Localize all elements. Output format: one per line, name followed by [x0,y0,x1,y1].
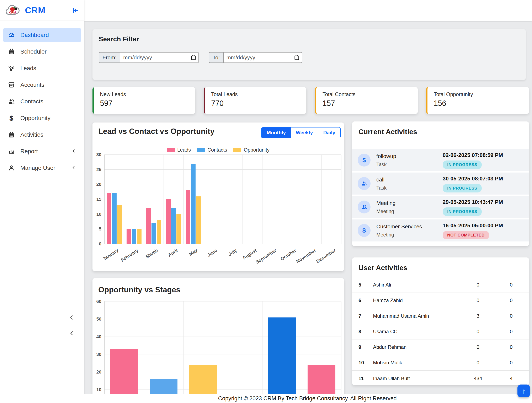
row-number: 8 [359,329,373,335]
y-axis-tick: 25 [91,167,101,172]
sidebar-item-activities[interactable]: Activities [3,127,81,142]
x-axis-label: September [255,248,278,265]
user-value-1: 0 [462,282,494,288]
activity-type: Task [376,185,386,191]
sidebar-item-dashboard[interactable]: Dashboard [3,28,81,42]
activity-datetime: 30-05-2025 08:07:03 PM [443,175,503,182]
sidebar-item-accounts[interactable]: Accounts [3,78,81,92]
calendar-icon [8,131,15,138]
sidebar-item-report[interactable]: Report [3,144,81,159]
scroll-to-top-button[interactable]: ↑ [518,384,530,397]
y-axis-tick: 50 [93,316,101,322]
lead-chart-plot: 051015202530JanuaryFebruaryMarchAprilMay… [104,155,341,244]
bar [152,223,156,244]
dollar-icon: $ [358,224,371,237]
sidebar-item-label: Opportunity [20,115,51,121]
weekly-button[interactable]: Weekly [291,127,318,138]
stat-card-total-opportunity: Total Opportunity 156 [426,87,529,114]
user-value-2: 0 [494,313,529,319]
stat-value: 770 [211,99,306,108]
chevron-left-icon [72,149,76,154]
chart-legend: LeadsContactsOpportunity [93,147,344,153]
user-activities-panel: User Activities 5 Ashir Ali 0 0 6 Hamza … [352,257,529,385]
crm-cloud-logo: CRM [4,3,22,18]
arrow-up-icon: ↑ [522,387,526,395]
sidebar-item-manage-user[interactable]: Manage User [3,161,81,175]
top-header-bar [84,0,532,21]
sidebar-item-scheduler[interactable]: Scheduler [3,44,81,59]
to-date-input[interactable] [223,52,302,63]
row-number: 5 [359,282,373,288]
user-value-1: 434 [462,376,494,381]
chevron-left-icon[interactable] [69,315,74,320]
user-name: Muhammad Usama Amin [373,313,462,319]
to-date-group: To: [209,52,302,63]
chevron-left-icon[interactable] [69,330,74,336]
bar [196,196,201,244]
legend-item[interactable]: Opportunity [233,147,270,153]
y-axis-tick: 10 [93,387,101,392]
stages-chart-plot: 0102030405060 [104,302,341,403]
monthly-button[interactable]: Monthly [262,127,291,138]
stat-label: Total Leads [211,91,306,97]
bar [166,199,171,244]
x-axis-label: February [120,248,139,263]
chart-title: Lead vs Contact vs Opportunity [98,127,215,136]
bar [186,190,190,244]
sidebar-header: CRM CRM [0,0,84,21]
sidebar-item-label: Manage User [20,165,55,171]
stat-card-total-contacts: Total Contacts 157 [315,87,418,114]
share-nodes-icon [8,65,15,72]
stat-value: 157 [323,99,418,108]
user-value-1: 0 [462,329,494,335]
sidebar-item-label: Activities [20,131,43,138]
table-row: 10 Mohsin Malik 0 0 [352,355,529,371]
sidebar-item-leads[interactable]: Leads [3,61,81,75]
from-date-input[interactable] [120,52,199,63]
x-axis-label: March [145,248,159,260]
user-name: Ashir Ali [373,282,462,288]
table-row: 5 Ashir Ali 0 0 [352,277,529,293]
svg-text:CRM: CRM [9,11,16,14]
sidebar-item-contacts[interactable]: Contacts [3,94,81,109]
bar [191,164,196,244]
x-axis-label: January [102,248,120,262]
stat-value: 597 [100,99,195,108]
bar [127,229,131,244]
activity-datetime: 02-06-2025 07:08:59 PM [443,152,503,158]
activity-row: $ followup Task 02-06-2025 07:08:59 PM I… [352,149,529,171]
bar [137,229,141,244]
panel-title: User Activities [359,264,407,272]
user-value-1: 0 [462,298,494,303]
brand-title: CRM [25,5,45,15]
chevron-left-icon [72,166,76,170]
y-axis-tick: 15 [91,197,101,202]
lead-contact-opportunity-chart-card: Lead vs Contact vs Opportunity Monthly W… [93,123,344,271]
activity-row: $ Customer Services Meeting 16-05-2025 0… [352,219,529,242]
stat-label: Total Opportunity [434,91,529,97]
y-axis-tick: 40 [93,334,101,340]
panel-title: Current Activities [359,128,417,136]
sidebar-item-label: Report [20,148,38,155]
x-axis-label: November [295,248,317,264]
x-axis-label: July [227,248,238,257]
legend-item[interactable]: Contacts [197,147,227,153]
user-name: Inaam Ullah Butt [373,376,462,381]
sidebar-item-label: Dashboard [20,32,49,38]
bar [268,317,296,403]
x-axis-label: December [315,248,337,264]
footer: Copyright © 2023 CRM By Tech Bridge Cons… [84,394,532,403]
sidebar-collapse-icon[interactable] [71,6,80,14]
x-axis-label: June [206,248,218,258]
x-axis-label: April [167,248,179,258]
legend-swatch [233,148,241,152]
user-name: Hamza Zahid [373,298,462,303]
sidebar-item-opportunity[interactable]: $ Opportunity [3,111,81,125]
opportunity-stages-chart-card: Opportunity vs Stages 0102030405060 [93,278,344,403]
archive-box-icon [8,81,15,88]
legend-item[interactable]: Leads [167,147,191,153]
daily-button[interactable]: Daily [318,127,340,138]
calendar-icon [8,48,15,55]
user-value-1: 3 [462,313,494,319]
table-row: 8 Usama CC 0 0 [352,324,529,340]
